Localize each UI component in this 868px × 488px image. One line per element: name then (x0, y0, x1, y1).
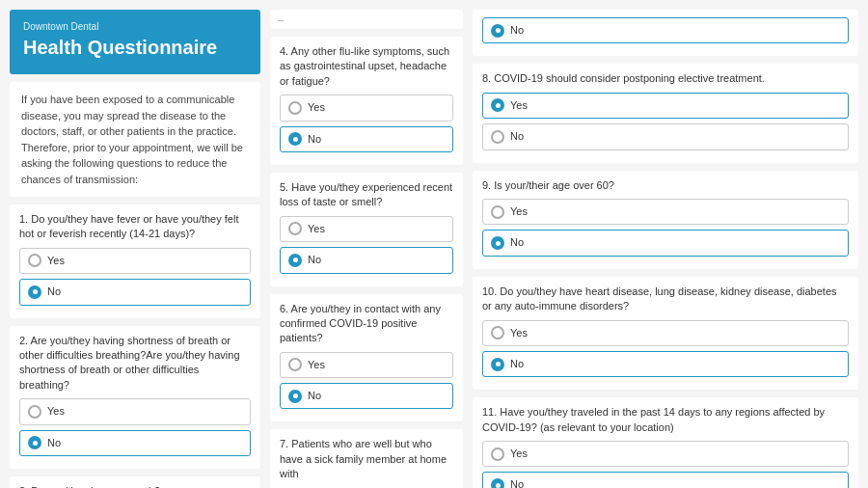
question-block-11: 11. Have you/they traveled in the past 1… (473, 397, 858, 488)
q1-no-circle (28, 285, 41, 299)
question-block-1: 1. Do you/they have fever or have you/th… (10, 204, 260, 318)
q10-no[interactable]: No (482, 351, 849, 377)
partial-no-label: No (510, 23, 524, 38)
q6-yes-label: Yes (308, 358, 325, 372)
q8r-no-circle (491, 130, 504, 144)
partial-no-option[interactable]: No (482, 17, 849, 43)
left-column: Downtown Dental Health Questionnaire If … (10, 10, 260, 488)
q10-no-circle (491, 358, 504, 371)
partial-no-top: No (473, 10, 858, 56)
question-text-11: 11. Have you/they traveled in the past 1… (482, 405, 849, 435)
q1-no[interactable]: No (19, 279, 251, 305)
question-text-9: 9. Is your/their age over 60? (482, 178, 849, 193)
q2-no-circle (28, 436, 41, 449)
q11-no-label: No (510, 477, 524, 488)
partial-top: – (270, 10, 463, 29)
q9-no-circle (491, 236, 504, 250)
q9-yes[interactable]: Yes (482, 199, 849, 225)
q8r-no-label: No (510, 129, 524, 144)
q11-yes-label: Yes (510, 447, 528, 461)
q9-no-label: No (510, 235, 524, 250)
q4-no-label: No (308, 132, 321, 147)
q10-yes-label: Yes (510, 326, 528, 340)
question-text-3: 3. Do you/they have a cough? (19, 484, 251, 488)
header-card: Downtown Dental Health Questionnaire (10, 10, 260, 74)
question-block-7: 7. Patients who are well but who have a … (270, 429, 463, 488)
q1-no-label: No (47, 285, 61, 299)
q6-yes[interactable]: Yes (280, 352, 453, 378)
question-block-10: 10. Do you/they have heart disease, lung… (473, 277, 858, 391)
q5-yes-label: Yes (308, 222, 325, 236)
question-text-6: 6. Are you/they in contact with any conf… (280, 302, 453, 346)
question-text-7: 7. Patients who are well but who have a … (280, 437, 453, 481)
q4-yes[interactable]: Yes (280, 95, 453, 121)
q11-yes-circle (491, 447, 504, 461)
q4-yes-circle (288, 101, 302, 115)
q5-no-label: No (308, 253, 321, 267)
q1-yes[interactable]: Yes (19, 248, 251, 274)
q6-no-circle (288, 390, 302, 403)
q5-no[interactable]: No (280, 247, 453, 273)
q4-no[interactable]: No (280, 126, 453, 152)
q2-yes-label: Yes (47, 404, 65, 419)
q11-no[interactable]: No (482, 472, 849, 488)
q1-yes-circle (28, 254, 41, 267)
question-block-2: 2. Are you/they having shortness of brea… (10, 326, 260, 469)
q2-yes-circle (28, 405, 41, 419)
q4-no-circle (288, 132, 302, 146)
question-block-6: 6. Are you/they in contact with any conf… (270, 294, 463, 422)
q2-no[interactable]: No (19, 430, 251, 456)
q9-yes-label: Yes (510, 204, 528, 219)
question-block-4: 4. Any other flu-like symptoms, such as … (270, 37, 463, 165)
question-text-5: 5. Have you/they experienced recent loss… (280, 180, 453, 210)
q2-yes[interactable]: Yes (19, 398, 251, 424)
q2-no-label: No (47, 436, 61, 450)
intro-text: If you have been exposed to a communicab… (10, 82, 260, 197)
form-title: Health Questionnaire (23, 36, 247, 59)
q5-yes[interactable]: Yes (280, 216, 453, 242)
q9-yes-circle (491, 205, 504, 219)
question-block-5: 5. Have you/they experienced recent loss… (270, 173, 463, 286)
q1-yes-label: Yes (47, 254, 65, 268)
question-text-8-right: 8. COVID-19 should consider postponing e… (482, 71, 849, 86)
q6-no[interactable]: No (280, 383, 453, 409)
question-block-8-right: 8. COVID-19 should consider postponing e… (473, 64, 858, 162)
q10-yes[interactable]: Yes (482, 320, 849, 346)
q11-no-circle (491, 478, 504, 488)
q10-no-label: No (510, 357, 524, 371)
question-text-2: 2. Are you/they having shortness of brea… (19, 334, 251, 393)
q8r-yes-label: Yes (510, 98, 528, 113)
mid-column: – 4. Any other flu-like symptoms, such a… (270, 10, 463, 488)
clinic-name: Downtown Dental (23, 21, 247, 32)
q5-no-circle (288, 254, 302, 267)
q10-yes-circle (491, 326, 504, 339)
question-block-9: 9. Is your/their age over 60? Yes No (473, 171, 858, 269)
q8r-yes[interactable]: Yes (482, 93, 849, 119)
page-wrapper: Downtown Dental Health Questionnaire If … (0, 0, 868, 488)
question-text-1: 1. Do you/they have fever or have you/th… (19, 212, 251, 242)
q6-yes-circle (288, 358, 302, 371)
q6-no-label: No (308, 389, 321, 403)
q5-yes-circle (288, 222, 302, 235)
question-text-4: 4. Any other flu-like symptoms, such as … (280, 44, 453, 89)
partial-no-circle (491, 24, 504, 38)
q8r-no[interactable]: No (482, 123, 849, 149)
q8r-yes-circle (491, 98, 504, 112)
right-column: No 8. COVID-19 should consider postponin… (473, 10, 858, 488)
q9-no[interactable]: No (482, 230, 849, 256)
q11-yes[interactable]: Yes (482, 441, 849, 467)
question-block-3: 3. Do you/they have a cough? Yes No (10, 476, 260, 488)
q4-yes-label: Yes (308, 100, 325, 115)
question-text-10: 10. Do you/they have heart disease, lung… (482, 285, 849, 314)
